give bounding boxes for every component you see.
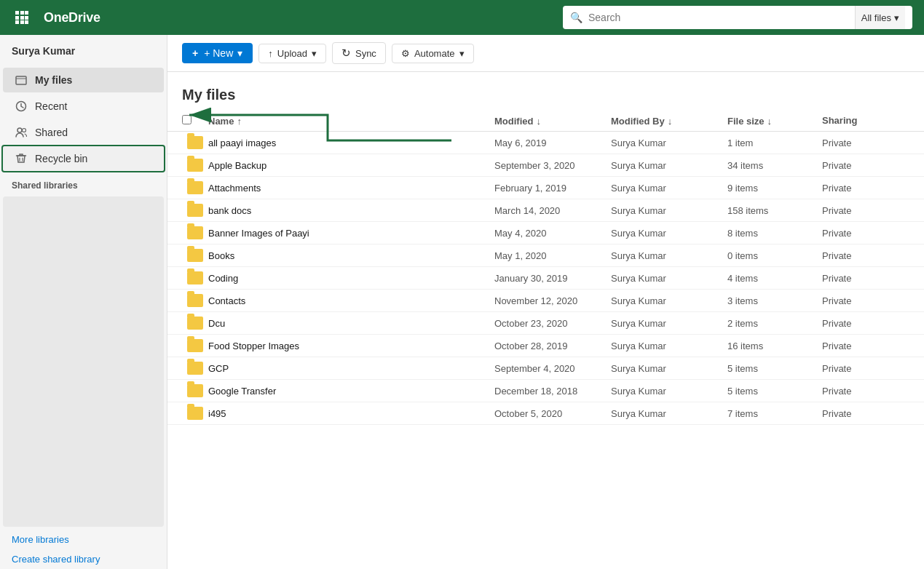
plus-icon: + (192, 47, 198, 59)
table-row[interactable]: Google Transfer December 18, 2018 Surya … (167, 380, 924, 402)
table-row[interactable]: Banner Images of Paayi May 4, 2020 Surya… (167, 222, 924, 244)
file-size: 1 item (727, 138, 822, 148)
file-size: 158 items (727, 205, 822, 216)
folder-icon-cell (182, 271, 208, 284)
file-name: i495 (208, 408, 494, 419)
svg-point-11 (17, 128, 22, 132)
sidebar-item-recent[interactable]: Recent (3, 94, 164, 119)
file-modified-by: Surya Kumar (611, 273, 727, 284)
table-row[interactable]: GCP September 4, 2020 Surya Kumar 5 item… (167, 357, 924, 380)
table-row[interactable]: Apple Backup September 3, 2020 Surya Kum… (167, 154, 924, 177)
chevron-down-icon: ▾ (894, 12, 899, 23)
sidebar-item-shared[interactable]: Shared (3, 120, 164, 145)
table-row[interactable]: bank docs March 14, 2020 Surya Kumar 158… (167, 199, 924, 222)
file-modified: November 12, 2020 (494, 295, 611, 306)
upload-button[interactable]: ↑ Upload ▾ (258, 44, 326, 63)
modified-by-column-header[interactable]: Modified By ↓ (611, 115, 727, 127)
svg-rect-1 (20, 11, 24, 15)
name-column-header[interactable]: Name ↑ (208, 115, 494, 127)
svg-rect-6 (15, 20, 19, 24)
table-row[interactable]: Contacts November 12, 2020 Surya Kumar 3… (167, 290, 924, 312)
file-size: 7 items (727, 408, 822, 419)
sidebar: Surya Kumar My files Recent (0, 35, 167, 569)
sidebar-item-my-files-label: My files (35, 74, 72, 86)
modified-column-header[interactable]: Modified ↓ (494, 115, 611, 127)
file-size: 9 items (727, 183, 822, 194)
file-sharing: Private (822, 160, 909, 171)
file-name: Apple Backup (208, 160, 494, 171)
file-size-column-header[interactable]: File size ↓ (727, 115, 822, 127)
file-size: 3 items (727, 295, 822, 306)
file-sharing: Private (822, 363, 909, 374)
table-row[interactable]: Coding January 30, 2019 Surya Kumar 4 it… (167, 267, 924, 290)
folder-icon-cell (182, 226, 208, 239)
file-modified-by: Surya Kumar (611, 205, 727, 216)
folder-icon (187, 384, 203, 397)
folder-icon (187, 407, 203, 420)
file-size: 8 items (727, 228, 822, 239)
search-bar[interactable]: 🔍 All files ▾ (563, 6, 912, 29)
table-row[interactable]: Food Stopper Images October 28, 2019 Sur… (167, 335, 924, 357)
file-modified-by: Surya Kumar (611, 250, 727, 261)
sidebar-item-recent-label: Recent (35, 100, 67, 112)
upload-icon: ↑ (268, 48, 273, 59)
table-row[interactable]: all paayi images May 6, 2019 Surya Kumar… (167, 132, 924, 154)
new-button[interactable]: + + New ▾ (182, 43, 253, 63)
file-sharing: Private (822, 386, 909, 397)
automate-button[interactable]: ⚙ Automate ▾ (392, 44, 474, 63)
folder-icon-cell (182, 407, 208, 420)
select-all-checkbox[interactable] (182, 115, 191, 124)
folder-icon-cell (182, 249, 208, 262)
svg-rect-9 (16, 76, 26, 84)
file-size: 2 items (727, 318, 822, 329)
file-name: Food Stopper Images (208, 341, 494, 351)
folder-icon (187, 226, 203, 239)
svg-rect-4 (20, 16, 24, 20)
modified-sort-icon: ↓ (536, 116, 541, 127)
sidebar-item-recycle-bin-label: Recycle bin (35, 153, 87, 164)
folder-icon (187, 204, 203, 217)
sync-label: Sync (355, 48, 376, 59)
search-input[interactable] (588, 12, 849, 23)
svg-rect-5 (25, 16, 28, 20)
sidebar-item-my-files[interactable]: My files (3, 68, 164, 92)
svg-rect-0 (15, 11, 19, 15)
file-size: 16 items (727, 341, 822, 351)
file-modified-by: Surya Kumar (611, 341, 727, 351)
folder-icon-cell (182, 384, 208, 397)
file-modified: May 4, 2020 (494, 228, 611, 239)
search-icon: 🔍 (570, 12, 583, 23)
table-row[interactable]: Dcu October 23, 2020 Surya Kumar 2 items… (167, 312, 924, 335)
svg-rect-8 (25, 20, 28, 24)
folder-icon-cell (182, 136, 208, 149)
folder-icon (187, 362, 203, 375)
create-shared-library-link[interactable]: Create shared library (0, 549, 167, 569)
folder-icon (187, 136, 203, 149)
table-row[interactable]: Books May 1, 2020 Surya Kumar 0 items Pr… (167, 244, 924, 267)
topbar: OneDrive 🔍 All files ▾ (0, 0, 924, 35)
sidebar-item-recycle-bin[interactable]: Recycle bin (3, 146, 164, 171)
new-button-label: + New (204, 47, 233, 59)
file-modified: March 14, 2020 (494, 205, 611, 216)
folder-icon-cell (182, 362, 208, 375)
folder-icon-cell (182, 181, 208, 194)
table-row[interactable]: i495 October 5, 2020 Surya Kumar 7 items… (167, 402, 924, 425)
file-name: bank docs (208, 205, 494, 216)
more-libraries-link[interactable]: More libraries (0, 530, 167, 549)
file-modified: May 1, 2020 (494, 250, 611, 261)
shared-icon (15, 126, 28, 139)
file-sharing: Private (822, 138, 909, 148)
file-sharing: Private (822, 273, 909, 284)
name-col-label: Name (208, 116, 234, 127)
sync-button[interactable]: ↻ Sync (332, 42, 386, 64)
waffle-icon[interactable] (12, 7, 32, 28)
file-modified-by: Surya Kumar (611, 183, 727, 194)
file-size: 0 items (727, 250, 822, 261)
file-list-container: Name ↑ Modified ↓ Modified By ↓ File siz… (167, 111, 924, 569)
table-row[interactable]: Attachments February 1, 2019 Surya Kumar… (167, 177, 924, 199)
folder-icon (187, 159, 203, 172)
file-sharing: Private (822, 341, 909, 351)
svg-rect-3 (15, 16, 19, 20)
file-modified-by: Surya Kumar (611, 408, 727, 419)
search-filter-dropdown[interactable]: All files ▾ (855, 6, 905, 29)
